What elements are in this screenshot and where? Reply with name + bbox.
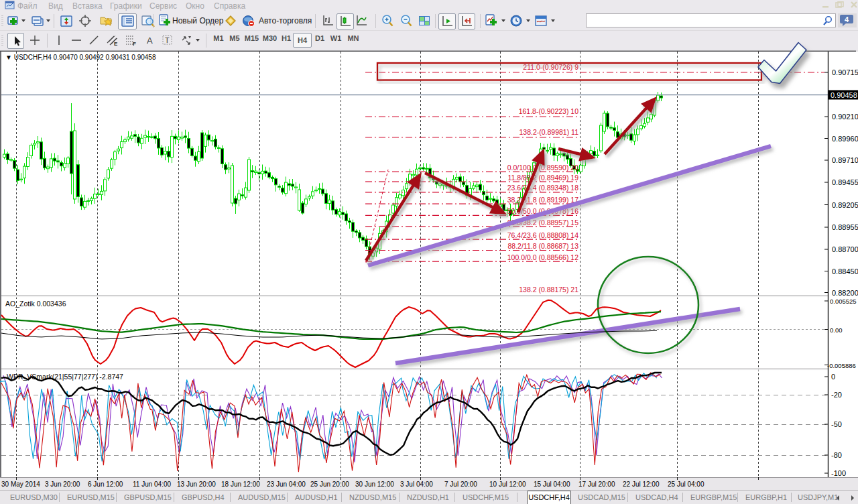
svg-text:0.89960: 0.89960 (832, 135, 858, 143)
svg-text:76.4/23.6 (0.88808) 14: 76.4/23.6 (0.88808) 14 (507, 231, 578, 239)
svg-text:161.8-(0.90223) 10: 161.8-(0.90223) 10 (519, 107, 578, 115)
svg-text:23 Jun 04:00: 23 Jun 04:00 (267, 481, 306, 488)
svg-text:-80: -80 (831, 451, 842, 459)
svg-text:0: 0 (831, 373, 835, 381)
svg-text:0.005525: 0.005525 (830, 298, 857, 305)
svg-text:30 May 2014: 30 May 2014 (1, 481, 40, 488)
svg-text:25 Jun 20:00: 25 Jun 20:00 (310, 481, 349, 488)
svg-text:WPR_VSmark(21|55|77|277) -2.87: WPR_VSmark(21|55|77|277) -2.8747 (7, 373, 123, 381)
svg-text:10 Jul 12:00: 10 Jul 12:00 (489, 481, 526, 488)
svg-text:138.2-(0.89981) 11: 138.2-(0.89981) 11 (519, 128, 578, 136)
svg-text:88.2/11.8 (0.88687) 13: 88.2/11.8 (0.88687) 13 (508, 242, 579, 250)
svg-text:0.88450: 0.88450 (832, 267, 858, 275)
svg-text:-50: -50 (831, 420, 842, 428)
svg-text:22 Jul 12:00: 22 Jul 12:00 (623, 481, 660, 488)
svg-text:0.90715: 0.90715 (832, 68, 858, 76)
svg-text:0.89205: 0.89205 (832, 201, 858, 209)
svg-text:-100: -100 (831, 469, 846, 477)
svg-text:0.90210: 0.90210 (832, 113, 858, 121)
svg-text:18 Jun 12:00: 18 Jun 12:00 (221, 481, 260, 488)
svg-text:138.2 (0.88175) 21: 138.2 (0.88175) 21 (519, 286, 578, 294)
svg-text:211.0-(0.90726) 9: 211.0-(0.90726) 9 (523, 63, 578, 71)
svg-text:3 Jun 20:00: 3 Jun 20:00 (45, 481, 80, 488)
svg-text:25 Jul 04:00: 25 Jul 04:00 (668, 481, 704, 488)
svg-text:0.90458: 0.90458 (831, 91, 857, 99)
svg-text:11.8/88.2 (0.89469) 19: 11.8/88.2 (0.89469) 19 (508, 174, 579, 182)
svg-text:11 Jun 04:00: 11 Jun 04:00 (133, 481, 172, 488)
svg-text:13 Jun 20:00: 13 Jun 20:00 (177, 481, 216, 488)
svg-text:0.00: 0.00 (830, 326, 843, 334)
svg-text:100.0/0.0 (0.88566) 12: 100.0/0.0 (0.88566) 12 (507, 253, 578, 261)
svg-text:-20: -20 (831, 391, 842, 399)
svg-text:0.89710: 0.89710 (832, 156, 858, 164)
svg-text:0.89455: 0.89455 (832, 178, 858, 186)
svg-text:38.2/61.8 (0.89199) 17: 38.2/61.8 (0.89199) 17 (507, 196, 578, 204)
svg-text:17 Jul 20:00: 17 Jul 20:00 (578, 481, 615, 488)
svg-text:23.6/76.4 (0.89348) 18: 23.6/76.4 (0.89348) 18 (507, 184, 578, 192)
svg-text:30 Jun 12:00: 30 Jun 12:00 (355, 481, 394, 488)
svg-text:3 Jul 04:00: 3 Jul 04:00 (400, 481, 433, 488)
svg-text:-0.005886: -0.005886 (827, 362, 856, 369)
svg-text:0.88700: 0.88700 (832, 245, 858, 253)
svg-text:0.88200: 0.88200 (832, 289, 858, 297)
svg-text:0.88955: 0.88955 (832, 223, 858, 231)
svg-text:6 Jun 12:00: 6 Jun 12:00 (88, 481, 123, 488)
svg-text:AO_Zotik 0.003436: AO_Zotik 0.003436 (5, 300, 66, 308)
svg-text:7 Jul 20:00: 7 Jul 20:00 (444, 481, 477, 488)
svg-text:15 Jul 04:00: 15 Jul 04:00 (534, 481, 570, 488)
svg-text:▼ USDCHF,H4 0.90470 0.90492 0: ▼ USDCHF,H4 0.90470 0.90492 0.90431 0.90… (5, 54, 156, 61)
